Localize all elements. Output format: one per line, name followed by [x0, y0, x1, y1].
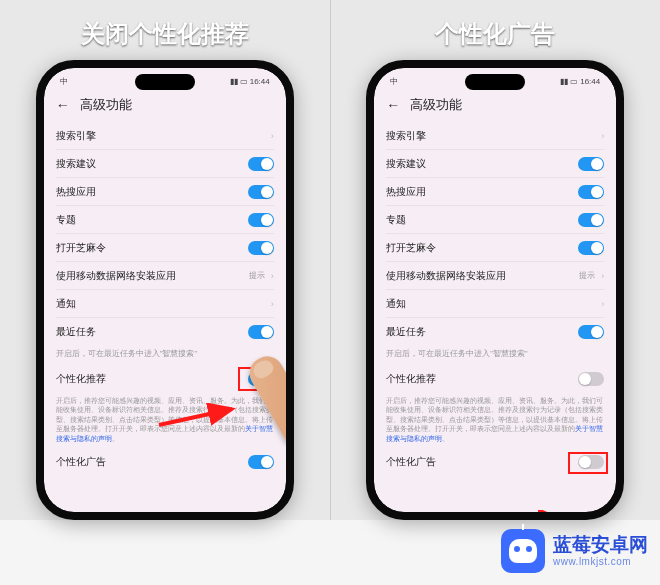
- row-notify[interactable]: 通知 ›: [386, 290, 604, 318]
- chevron-right-icon: ›: [601, 131, 604, 141]
- chevron-right-icon: ›: [271, 271, 274, 281]
- back-icon[interactable]: ←: [386, 97, 400, 113]
- toggle-personal-ads[interactable]: [578, 455, 604, 469]
- chevron-right-icon: ›: [271, 299, 274, 309]
- toggle-recent-tasks[interactable]: [578, 325, 604, 339]
- row-mobile-install[interactable]: 使用移动数据网络安装应用 提示›: [56, 262, 274, 290]
- chevron-right-icon: ›: [601, 271, 604, 281]
- phone-mockup-right: 中 ▮▮▭16:44 ← 高级功能 搜索引擎 › 搜索建议: [366, 60, 624, 520]
- row-mobile-install[interactable]: 使用移动数据网络安装应用 提示›: [386, 262, 604, 290]
- watermark-url: www.lmkjst.com: [553, 556, 648, 568]
- row-recent-tasks[interactable]: 最近任务: [56, 318, 274, 346]
- toggle-search-suggest[interactable]: [248, 157, 274, 171]
- toggle-hot-apps[interactable]: [578, 185, 604, 199]
- row-search-suggest[interactable]: 搜索建议: [386, 150, 604, 178]
- watermark: 蓝莓安卓网 www.lmkjst.com: [501, 529, 648, 573]
- row-special[interactable]: 专题: [56, 206, 274, 234]
- row-hot-apps[interactable]: 热搜应用: [56, 178, 274, 206]
- toggle-special[interactable]: [248, 213, 274, 227]
- signal-icon: ▮▮: [230, 77, 238, 86]
- carrier: 中: [60, 76, 68, 87]
- toggle-personal-ads[interactable]: [248, 455, 274, 469]
- row-recent-tasks[interactable]: 最近任务: [386, 318, 604, 346]
- page-header: ← 高级功能: [44, 90, 286, 122]
- toggle-personal-rec[interactable]: [578, 372, 604, 386]
- left-panel: 关闭个性化推荐 中 ▮▮▭16:44 ← 高级功能 搜索引擎 ›: [0, 0, 330, 520]
- comparison-container: 关闭个性化推荐 中 ▮▮▭16:44 ← 高级功能 搜索引擎 ›: [0, 0, 660, 520]
- clock: 16:44: [250, 77, 270, 86]
- row-sesame[interactable]: 打开芝麻令: [386, 234, 604, 262]
- row-search-engine[interactable]: 搜索引擎 ›: [56, 122, 274, 150]
- screen-left: 中 ▮▮▭16:44 ← 高级功能 搜索引擎 › 搜索建议: [44, 68, 286, 512]
- carrier: 中: [390, 76, 398, 87]
- signal-icon: ▮▮: [560, 77, 568, 86]
- toggle-search-suggest[interactable]: [578, 157, 604, 171]
- recent-tasks-desc: 开启后，可在最近任务中进入"智慧搜索": [386, 346, 604, 365]
- toggle-sesame[interactable]: [248, 241, 274, 255]
- right-title: 个性化广告: [435, 18, 555, 50]
- row-hot-apps[interactable]: 热搜应用: [386, 178, 604, 206]
- camera-cutout: [135, 74, 195, 90]
- row-personal-rec[interactable]: 个性化推荐: [386, 365, 604, 393]
- settings-list: 搜索引擎 › 搜索建议 热搜应用 专题: [374, 122, 616, 512]
- left-title: 关闭个性化推荐: [81, 18, 249, 50]
- row-special[interactable]: 专题: [386, 206, 604, 234]
- row-sesame[interactable]: 打开芝麻令: [56, 234, 274, 262]
- settings-list: 搜索引擎 › 搜索建议 热搜应用 专题: [44, 122, 286, 512]
- battery-icon: ▭: [570, 77, 578, 86]
- phone-mockup-left: 中 ▮▮▭16:44 ← 高级功能 搜索引擎 › 搜索建议: [36, 60, 294, 520]
- personal-rec-desc: 开启后，推荐您可能感兴趣的视频、应用、资讯、服务。为此，我们可能收集使用、设备标…: [56, 393, 274, 448]
- row-personal-ads[interactable]: 个性化广告: [386, 448, 604, 476]
- row-search-engine[interactable]: 搜索引擎 ›: [386, 122, 604, 150]
- chevron-right-icon: ›: [601, 299, 604, 309]
- back-icon[interactable]: ←: [56, 97, 70, 113]
- clock: 16:44: [580, 77, 600, 86]
- toggle-sesame[interactable]: [578, 241, 604, 255]
- row-personal-rec[interactable]: 个性化推荐: [56, 365, 274, 393]
- watermark-name: 蓝莓安卓网: [553, 534, 648, 556]
- page-title: 高级功能: [410, 96, 462, 114]
- watermark-text: 蓝莓安卓网 www.lmkjst.com: [553, 534, 648, 567]
- row-search-suggest[interactable]: 搜索建议: [56, 150, 274, 178]
- row-notify[interactable]: 通知 ›: [56, 290, 274, 318]
- toggle-special[interactable]: [578, 213, 604, 227]
- battery-icon: ▭: [240, 77, 248, 86]
- row-personal-ads[interactable]: 个性化广告: [56, 448, 274, 476]
- right-panel: 个性化广告 中 ▮▮▭16:44 ← 高级功能 搜索引擎 ›: [330, 0, 661, 520]
- toggle-recent-tasks[interactable]: [248, 325, 274, 339]
- personal-rec-desc: 开启后，推荐您可能感兴趣的视频、应用、资讯、服务。为此，我们可能收集使用、设备标…: [386, 393, 604, 448]
- recent-tasks-desc: 开启后，可在最近任务中进入"智慧搜索": [56, 346, 274, 365]
- watermark-icon: [501, 529, 545, 573]
- camera-cutout: [465, 74, 525, 90]
- page-title: 高级功能: [80, 96, 132, 114]
- screen-right: 中 ▮▮▭16:44 ← 高级功能 搜索引擎 › 搜索建议: [374, 68, 616, 512]
- chevron-right-icon: ›: [271, 131, 274, 141]
- page-header: ← 高级功能: [374, 90, 616, 122]
- toggle-hot-apps[interactable]: [248, 185, 274, 199]
